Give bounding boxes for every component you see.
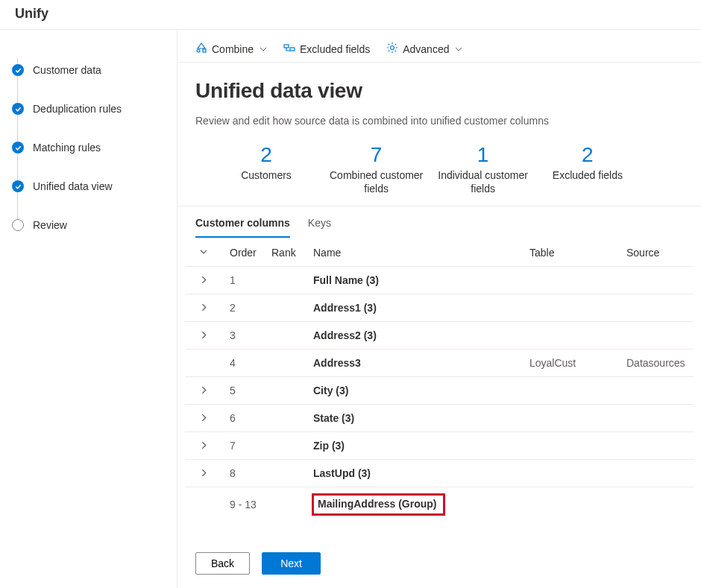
footer: Back Next bbox=[177, 539, 701, 588]
stat-tile: 1Individual customer fields bbox=[438, 143, 528, 195]
order-cell: 8 bbox=[222, 460, 264, 487]
table-row[interactable]: 6State (3) bbox=[185, 405, 694, 432]
col-expand[interactable] bbox=[185, 239, 222, 267]
table-cell bbox=[522, 432, 619, 460]
stat-label: Combined customer fields bbox=[330, 168, 423, 195]
advanced-label: Advanced bbox=[403, 43, 449, 55]
table-cell bbox=[522, 487, 619, 522]
name-cell: State (3) bbox=[306, 405, 522, 432]
expand-row-icon[interactable] bbox=[185, 432, 222, 460]
step-item[interactable]: Unified data view bbox=[12, 167, 165, 206]
excluded-fields-button[interactable]: Excluded fields bbox=[283, 42, 370, 56]
step-label: Customer data bbox=[33, 64, 101, 76]
source-cell bbox=[619, 460, 694, 487]
combine-button[interactable]: Combine bbox=[195, 42, 267, 56]
col-source[interactable]: Source bbox=[619, 239, 694, 267]
col-order[interactable]: Order bbox=[222, 239, 264, 267]
name-cell: City (3) bbox=[306, 377, 522, 405]
step-item[interactable]: Deduplication rules bbox=[12, 89, 165, 128]
stat-label: Customers bbox=[218, 168, 315, 182]
table-row[interactable]: 5City (3) bbox=[185, 377, 694, 405]
expand-row-icon bbox=[185, 350, 222, 377]
order-cell: 5 bbox=[222, 377, 264, 405]
name-cell: Address1 (3) bbox=[306, 294, 522, 322]
table-row[interactable]: 4Address3LoyalCustDatasources bbox=[185, 350, 694, 377]
combine-icon bbox=[195, 42, 207, 56]
back-button[interactable]: Back bbox=[195, 552, 250, 575]
table-row[interactable]: 2Address1 (3) bbox=[185, 294, 694, 322]
expand-row-icon[interactable] bbox=[185, 377, 222, 405]
chevron-down-icon bbox=[260, 43, 267, 55]
expand-row-icon[interactable] bbox=[185, 322, 222, 350]
step-list: Customer dataDeduplication rulesMatching… bbox=[12, 51, 165, 244]
name-cell: Zip (3) bbox=[306, 432, 522, 460]
tab-customer-columns[interactable]: Customer columns bbox=[195, 217, 290, 238]
rank-cell bbox=[264, 377, 306, 405]
table-row[interactable]: 1Full Name (3) bbox=[185, 267, 694, 294]
table-row[interactable]: 8LastUpd (3) bbox=[185, 460, 694, 487]
step-label: Review bbox=[33, 219, 67, 231]
expand-row-icon[interactable] bbox=[185, 405, 222, 432]
step-done-icon bbox=[12, 103, 24, 115]
order-cell: 3 bbox=[222, 322, 264, 350]
page-title: Unified data view bbox=[177, 63, 701, 106]
toolbar: Combine Excluded fields bbox=[177, 30, 701, 63]
stat-label: Excluded fields bbox=[543, 168, 632, 182]
step-label: Unified data view bbox=[33, 180, 113, 192]
source-cell bbox=[619, 487, 694, 522]
next-button[interactable]: Next bbox=[262, 552, 321, 575]
rank-cell bbox=[264, 405, 306, 432]
order-cell: 2 bbox=[222, 294, 264, 322]
chevron-down-icon bbox=[455, 43, 462, 55]
table-cell bbox=[522, 377, 619, 405]
table-row[interactable]: 7Zip (3) bbox=[185, 432, 694, 460]
stat-label: Individual customer fields bbox=[438, 168, 528, 195]
step-item[interactable]: Review bbox=[12, 206, 165, 244]
source-cell: Datasources bbox=[619, 350, 694, 377]
rank-cell bbox=[264, 294, 306, 322]
svg-rect-2 bbox=[284, 45, 289, 48]
advanced-button[interactable]: Advanced bbox=[386, 42, 462, 56]
step-label: Matching rules bbox=[33, 142, 101, 154]
rank-cell bbox=[264, 432, 306, 460]
stat-tile: 2Customers bbox=[218, 143, 315, 195]
rank-cell bbox=[264, 487, 306, 522]
source-cell bbox=[619, 294, 694, 322]
step-item[interactable]: Matching rules bbox=[12, 128, 165, 167]
tab-keys[interactable]: Keys bbox=[308, 217, 331, 238]
expand-row-icon[interactable] bbox=[185, 294, 222, 322]
excluded-label: Excluded fields bbox=[300, 43, 370, 55]
svg-rect-3 bbox=[290, 48, 295, 51]
main-content: Combine Excluded fields bbox=[177, 30, 701, 588]
tabs: Customer columns Keys bbox=[177, 206, 701, 238]
source-cell bbox=[619, 267, 694, 294]
col-name[interactable]: Name bbox=[306, 239, 522, 267]
col-rank[interactable]: Rank bbox=[264, 239, 306, 267]
table-cell bbox=[522, 460, 619, 487]
stat-value: 1 bbox=[438, 143, 528, 167]
order-cell: 7 bbox=[222, 432, 264, 460]
table-cell bbox=[522, 294, 619, 322]
source-cell bbox=[619, 377, 694, 405]
expand-row-icon[interactable] bbox=[185, 267, 222, 294]
table-row[interactable]: 3Address2 (3) bbox=[185, 322, 694, 350]
svg-point-0 bbox=[197, 49, 200, 52]
expand-row-icon[interactable] bbox=[185, 460, 222, 487]
step-item[interactable]: Customer data bbox=[12, 51, 165, 89]
name-cell: Address2 (3) bbox=[306, 322, 522, 350]
stat-value: 2 bbox=[218, 143, 315, 167]
step-done-icon bbox=[12, 64, 24, 76]
table-row[interactable]: 9 - 13MailingAddress (Group) bbox=[185, 487, 694, 522]
order-cell: 9 - 13 bbox=[222, 487, 264, 522]
name-cell: LastUpd (3) bbox=[306, 460, 522, 487]
source-cell bbox=[619, 432, 694, 460]
step-label: Deduplication rules bbox=[33, 103, 122, 115]
svg-rect-1 bbox=[203, 49, 206, 52]
rank-cell bbox=[264, 322, 306, 350]
rank-cell bbox=[264, 267, 306, 294]
table-cell bbox=[522, 267, 619, 294]
col-table[interactable]: Table bbox=[522, 239, 619, 267]
stat-tile: 7Combined customer fields bbox=[330, 143, 423, 195]
stat-tile: 2Excluded fields bbox=[543, 143, 632, 195]
svg-point-4 bbox=[391, 46, 394, 50]
